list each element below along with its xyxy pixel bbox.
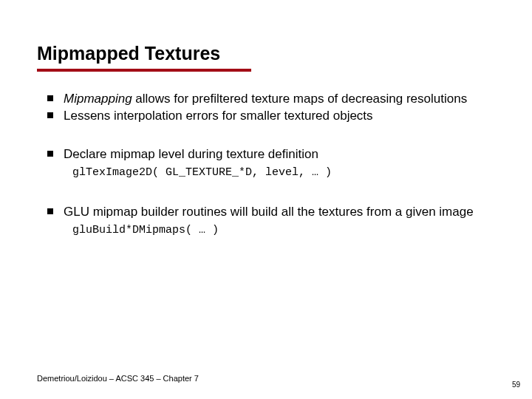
bullet-list: GLU mipmap builder routines will build a… xyxy=(37,204,495,238)
bullet-text: GLU mipmap builder routines will build a… xyxy=(64,205,474,219)
list-item: Mipmapping allows for prefiltered textur… xyxy=(47,91,495,106)
page-title: Mipmapped Textures xyxy=(37,43,495,64)
code-line: gluBuild*DMipmaps( … ) xyxy=(72,224,495,238)
bullet-list: Mipmapping allows for prefiltered textur… xyxy=(37,91,495,124)
list-item: GLU mipmap builder routines will build a… xyxy=(47,204,495,238)
bullet-text: allows for prefiltered texture maps of d… xyxy=(132,92,468,106)
list-item: Declare mipmap level during texture defi… xyxy=(47,146,495,180)
code-line: glTexImage2D( GL_TEXTURE_*D, level, … ) xyxy=(72,166,495,180)
list-item: Lessens interpolation errors for smaller… xyxy=(47,108,495,123)
footer-credit: Demetriou/Loizidou – ACSC 345 – Chapter … xyxy=(37,374,199,383)
bullet-text: Lessens interpolation errors for smaller… xyxy=(64,109,373,123)
bullet-list: Declare mipmap level during texture defi… xyxy=(37,146,495,180)
page-number: 59 xyxy=(512,381,520,389)
italic-term: Mipmapping xyxy=(64,92,132,106)
bullet-text: Declare mipmap level during texture defi… xyxy=(64,147,318,161)
slide: Mipmapped Textures Mipmapping allows for… xyxy=(0,0,532,238)
title-underline xyxy=(37,69,251,72)
